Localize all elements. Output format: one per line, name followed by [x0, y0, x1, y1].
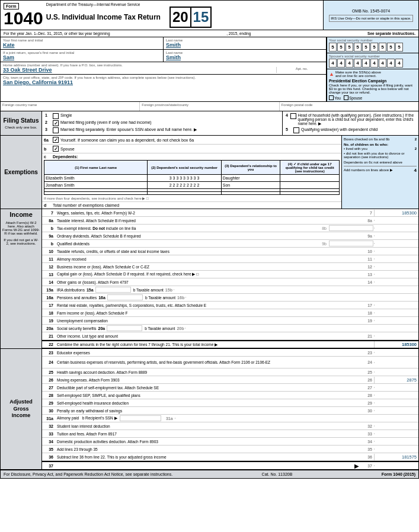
dep-col2-header: (2) Dependent's social security number [148, 161, 222, 175]
line-23-val [374, 352, 418, 353]
spouse-ssn-display: 4 4 4 4 4 4 4 4 4 [329, 59, 417, 68]
line-17-desc: Rental real estate, royalties, partnersh… [55, 303, 361, 308]
filing-5-checkbox[interactable] [293, 127, 299, 133]
foreign-country-label: Foreign country name [2, 103, 137, 107]
line-23-num-right: 23 [361, 351, 374, 355]
dep-1-ssn: 3 3 3 3 3 3 3 3 3 [148, 175, 222, 182]
line-21-num-right: 21 [361, 334, 374, 338]
ssn-d6: 5 [370, 43, 378, 52]
line-8b-num: b [42, 226, 55, 230]
campaign-title: Presidential Election Campaign [329, 79, 417, 83]
filing-2-num: 2 [45, 120, 51, 126]
add-numbers-val: 4 [414, 168, 417, 173]
line-18-num: 18 [42, 311, 55, 315]
line-31a-num-right: 31a [162, 416, 175, 421]
line-33-desc: Tuition and fees. Attach Form 8917 [55, 431, 361, 437]
spouse-ssn-d4: 4 [354, 59, 362, 68]
line-27-num: 27 [42, 386, 55, 390]
line-24-num-right: 24 [361, 360, 374, 364]
line-31a-num: 31a [42, 416, 55, 421]
line-26-desc: Moving expenses. Attach Form 3903 [55, 377, 361, 383]
footer-disclosure: For Disclosure, Privacy Act, and Paperwo… [4, 472, 172, 476]
line-30-desc: Penalty on early withdrawal of savings [55, 408, 361, 414]
line-29-num: 29 [42, 401, 55, 405]
ssn-d5: 5 [362, 43, 370, 52]
line-29-desc: Self-employed health insurance deduction [55, 400, 361, 406]
line-23-desc: Educator expenses [55, 350, 361, 355]
line-14-desc: Other gains or (losses). Attach Form 479… [55, 280, 361, 285]
line-6b-checkbox[interactable]: ✓ [53, 146, 59, 152]
dep-note: If more than four dependents, see instru… [44, 196, 340, 200]
dep-1-credit [280, 175, 340, 182]
dept-text: Department of the Treasury—Internal Reve… [46, 2, 320, 7]
line-9b-num: b [42, 242, 55, 246]
line-9b-val [374, 243, 418, 244]
ssn-d9: 5 [395, 43, 403, 52]
filing-status-label: Filing Status [4, 117, 39, 124]
spouse-ssn-d8: 4 [387, 59, 395, 68]
line-12-val [374, 266, 418, 267]
filing-1-num: 1 [45, 113, 51, 119]
exemptions-label: Exemptions [4, 169, 38, 175]
filing-2-checkbox[interactable]: ✓ [53, 120, 59, 126]
campaign-text: Check here if you, or your spouse if fil… [329, 84, 417, 94]
spouse-ssn-d3: 4 [346, 59, 353, 68]
line-14-num-right: 14 [361, 280, 374, 284]
dep-col3-header: (3) Dependent's relationship to you [221, 161, 280, 175]
line-28-num-right: 28 [361, 393, 374, 398]
line-8a-val [374, 220, 418, 221]
filing-4-checkbox[interactable] [290, 113, 296, 119]
line-9b-desc: Qualified dividends [55, 241, 315, 246]
line-14-val [374, 281, 418, 283]
line-18-val [374, 312, 418, 313]
line-27-desc: Deductible part of self-employment tax. … [55, 385, 361, 390]
line-6a-checkbox[interactable]: ✓ [53, 137, 59, 143]
line-11-num-right: 11 [361, 257, 374, 261]
line-36-val: 181575 [374, 454, 418, 460]
line-28-desc: Self-employed SEP, SIMPLE, and qualified… [55, 393, 361, 398]
line-6d-num: d [44, 203, 51, 207]
line-37-desc [55, 465, 354, 466]
see-instructions: See separate instructions. [367, 31, 415, 36]
line-16b-val [185, 297, 230, 298]
line-37-num: 37 [42, 464, 55, 468]
ssn-d2: 5 [337, 43, 345, 52]
line-6b-num: b [44, 147, 51, 151]
line-22-num: 22 [42, 342, 55, 347]
last-name-value: Smith [166, 42, 324, 48]
line-28-val [374, 395, 418, 396]
city-value: San Diego, California 91911 [3, 79, 324, 85]
boxes-checked-label: Boxes checked on 6a and 6b [344, 137, 389, 141]
filing-3-num: 3 [45, 127, 51, 133]
line-31a-box [120, 415, 161, 421]
line-13-desc: Capital gain or (loss). Attach Schedule … [55, 271, 361, 277]
line-36-desc: Subtract line 36 from line 22. This is y… [55, 454, 361, 460]
address-value: 33 Oak Street Drive [3, 67, 52, 73]
line-8a-num: 8a [42, 219, 55, 223]
line-16a-box [107, 294, 143, 300]
filing-1-checkbox[interactable] [53, 113, 59, 119]
line-10-num-right: 10 [361, 249, 374, 254]
campaign-you-checkbox[interactable] [329, 95, 334, 100]
line-37-val [374, 465, 418, 466]
table-row [44, 192, 340, 195]
irs-only-text: IRS Use Only—Do not write or staple in t… [329, 15, 413, 22]
form-title: U.S. Individual Income Tax Return [46, 13, 161, 21]
line-9a-val [374, 235, 418, 236]
line-8b-val [374, 227, 418, 229]
filing-4-text: Head of household (with qualifying perso… [298, 113, 415, 126]
line-36-num-right: 36 [361, 455, 374, 459]
spouse-ssn-label: Spouse's social security number [329, 55, 417, 58]
filing-3-checkbox[interactable] [53, 127, 59, 133]
line-11-num: 11 [42, 257, 55, 261]
line-13-num-right: 13 [361, 273, 374, 277]
not-live-label: • did not live with you due to divorce o… [344, 152, 417, 159]
line-20b-val [185, 328, 229, 329]
line-19-val [374, 320, 418, 321]
line-7-val: 185300 [374, 210, 418, 216]
campaign-spouse-checkbox[interactable] [344, 95, 348, 100]
line-22-desc: Combine the amounts in the far right col… [55, 342, 374, 348]
dep-2-name: Jonathan Smith [44, 182, 148, 189]
line-29-val [374, 402, 418, 403]
income-label: Income [9, 211, 33, 218]
